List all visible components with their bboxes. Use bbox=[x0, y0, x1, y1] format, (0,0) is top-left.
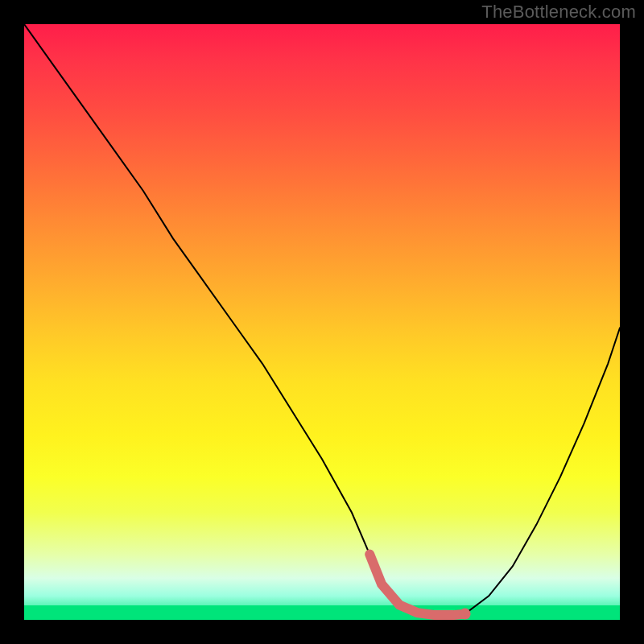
marker-region bbox=[369, 555, 464, 616]
plot-area bbox=[24, 24, 620, 620]
chart-frame: TheBottleneck.com bbox=[0, 0, 644, 644]
watermark-text: TheBottleneck.com bbox=[481, 2, 636, 23]
curve-layer bbox=[24, 24, 620, 620]
marker-end-dot bbox=[460, 609, 471, 620]
bottleneck-curve bbox=[24, 24, 620, 615]
